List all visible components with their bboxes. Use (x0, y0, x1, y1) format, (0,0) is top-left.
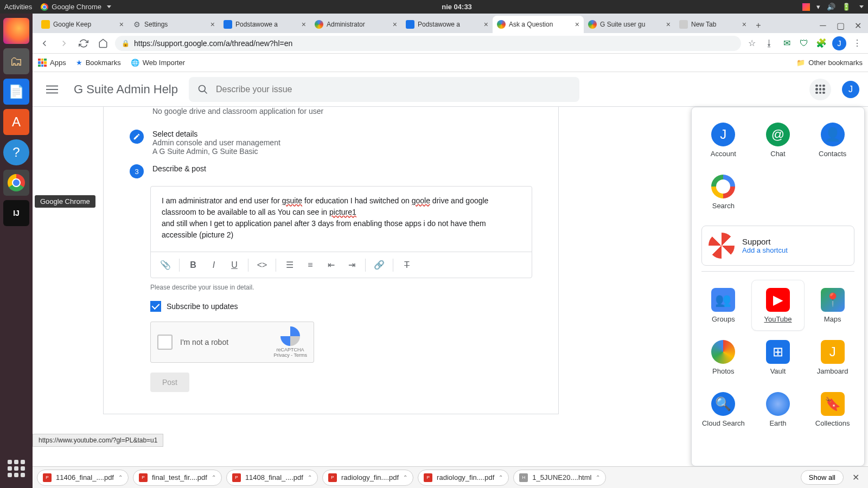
link-icon[interactable]: 🔗 (370, 256, 388, 274)
app-jamboard[interactable]: JJamboard (806, 332, 859, 382)
tab-close-icon[interactable]: × (666, 20, 671, 29)
user-avatar[interactable]: J (842, 81, 859, 98)
show-all-downloads[interactable]: Show all (801, 470, 844, 485)
app-photos[interactable]: Photos (697, 332, 750, 382)
tab-close-icon[interactable]: × (119, 20, 124, 29)
profile-avatar[interactable]: J (832, 36, 846, 50)
launcher-chrome[interactable] (3, 170, 29, 196)
tab-new-tab[interactable]: New Tab× (675, 16, 751, 33)
launcher-firefox[interactable] (3, 18, 29, 44)
app-cloud-search[interactable]: 🔍Cloud Search (697, 384, 750, 434)
pocket-icon[interactable]: ⭳ (763, 37, 776, 50)
extension-icon-1[interactable]: ✉ (780, 37, 793, 50)
download-item[interactable]: P11406_final_....pdf⌃ (37, 470, 129, 486)
web-importer-shortcut[interactable]: 🌐Web Importer (131, 59, 186, 67)
extension-icon-3[interactable]: 🧩 (815, 37, 828, 50)
download-item[interactable]: Pradiology_fin....pdf⌃ (418, 470, 509, 486)
download-item[interactable]: Pfinal_test_fir....pdf⌃ (133, 470, 222, 486)
extension-icon-2[interactable]: 🛡 (797, 37, 810, 50)
bookmarks-shortcut[interactable]: ★Bookmarks (76, 59, 121, 67)
launcher-files[interactable]: 🗂 (3, 48, 29, 74)
hamburger-menu[interactable] (41, 79, 63, 100)
tab-podstawowe-1[interactable]: Podstawowe a× (219, 16, 310, 33)
app-earth[interactable]: Earth (752, 384, 805, 434)
chevron-up-icon[interactable]: ⌃ (308, 474, 312, 480)
tab-close-icon[interactable]: × (302, 20, 306, 29)
launcher-show-apps[interactable] (3, 455, 29, 481)
subscribe-checkbox[interactable] (150, 301, 161, 312)
app-maps[interactable]: 📍Maps (806, 280, 859, 330)
window-minimize[interactable]: ─ (815, 18, 831, 33)
tab-close-icon[interactable]: × (210, 20, 215, 29)
help-search[interactable] (189, 77, 579, 102)
chevron-up-icon[interactable]: ⌃ (118, 474, 123, 480)
tab-close-icon[interactable]: × (575, 20, 579, 29)
recaptcha-checkbox[interactable] (157, 335, 173, 350)
launcher-help[interactable]: ? (3, 139, 29, 165)
tab-ask-question[interactable]: Ask a Question× (493, 16, 584, 33)
download-item[interactable]: H1_5JUNE20....html⌃ (513, 470, 606, 486)
omnibox[interactable]: 🔒 https://support.google.com/a/thread/ne… (115, 36, 741, 51)
launcher-writer[interactable]: 📄 (3, 79, 29, 105)
download-item[interactable]: Pradiology_fin....pdf⌃ (322, 470, 413, 486)
window-maximize[interactable]: ▢ (832, 18, 848, 33)
tab-close-icon[interactable]: × (484, 20, 488, 29)
google-apps-button[interactable] (809, 79, 831, 100)
bulleted-list-icon[interactable]: ☰ (280, 256, 299, 274)
tab-administrator[interactable]: Administrator× (310, 16, 401, 33)
app-contacts[interactable]: 👤Contacts (806, 115, 859, 165)
downloads-close[interactable]: ✕ (848, 472, 864, 483)
tab-settings[interactable]: ⚙Settings× (128, 16, 219, 33)
subscribe-row[interactable]: Subscribe to updates (150, 301, 532, 312)
wifi-icon[interactable]: ▾ (816, 3, 820, 11)
numbered-list-icon[interactable]: ≡ (301, 256, 320, 274)
support-card[interactable]: Support Add a shortcut (701, 226, 854, 266)
clear-format-icon[interactable]: T (398, 256, 416, 274)
system-tray[interactable]: ▾ 🔊 🔋 (802, 3, 864, 11)
launcher-software[interactable]: A (3, 109, 29, 135)
indent-decrease-icon[interactable]: ⇤ (322, 256, 340, 274)
add-shortcut-link[interactable]: Add a shortcut (742, 246, 788, 254)
underline-icon[interactable]: U (225, 256, 244, 274)
app-collections[interactable]: 🔖Collections (806, 384, 859, 434)
activities-button[interactable]: Activities (4, 3, 32, 11)
nav-back[interactable] (37, 36, 52, 51)
launcher-intellij[interactable]: IJ (3, 200, 29, 226)
app-youtube[interactable]: ▶YouTube (752, 280, 805, 330)
code-icon[interactable]: <> (253, 256, 271, 274)
new-tab-button[interactable]: + (751, 18, 766, 33)
nav-reload[interactable] (76, 36, 91, 51)
tab-podstawowe-2[interactable]: Podstawowe a× (401, 16, 493, 33)
app-account[interactable]: JAccount (697, 115, 750, 165)
battery-icon[interactable]: 🔋 (842, 3, 851, 11)
chevron-up-icon[interactable]: ⌃ (596, 474, 600, 480)
app-groups[interactable]: 👥Groups (697, 280, 750, 330)
chevron-up-icon[interactable]: ⌃ (212, 474, 216, 480)
chevron-up-icon[interactable]: ⌃ (403, 474, 407, 480)
window-close[interactable]: ✕ (850, 18, 866, 33)
italic-icon[interactable]: I (205, 256, 223, 274)
volume-icon[interactable]: 🔊 (827, 3, 835, 11)
nav-home[interactable] (95, 36, 111, 51)
app-vault[interactable]: ⊞Vault (752, 332, 805, 382)
star-bookmark-icon[interactable]: ☆ (745, 37, 758, 50)
indent-increase-icon[interactable]: ⇥ (342, 256, 361, 274)
attach-icon[interactable]: 📎 (156, 256, 175, 274)
jetbrains-tray-icon[interactable] (802, 3, 810, 11)
apps-shortcut[interactable]: Apps (38, 59, 66, 67)
tab-google-keep[interactable]: Google Keep× (37, 16, 128, 33)
app-search[interactable]: Search (697, 167, 750, 217)
issue-textarea[interactable]: I am administrator and end user for gsui… (151, 187, 532, 252)
app-chat[interactable]: @Chat (752, 115, 805, 165)
tab-close-icon[interactable]: × (742, 20, 746, 29)
tab-gsuite-guide[interactable]: G Suite user gu× (584, 16, 675, 33)
other-bookmarks[interactable]: 📁Other bookmarks (796, 59, 863, 67)
active-app-indicator[interactable]: Google Chrome (41, 3, 111, 11)
post-button[interactable]: Post (150, 373, 189, 392)
bold-icon[interactable]: B (184, 256, 202, 274)
chrome-menu-icon[interactable]: ⋮ (851, 37, 864, 50)
system-clock[interactable]: nie 04:33 (111, 3, 802, 11)
chevron-up-icon[interactable]: ⌃ (499, 474, 503, 480)
help-search-input[interactable] (216, 85, 571, 94)
tab-close-icon[interactable]: × (393, 20, 397, 29)
